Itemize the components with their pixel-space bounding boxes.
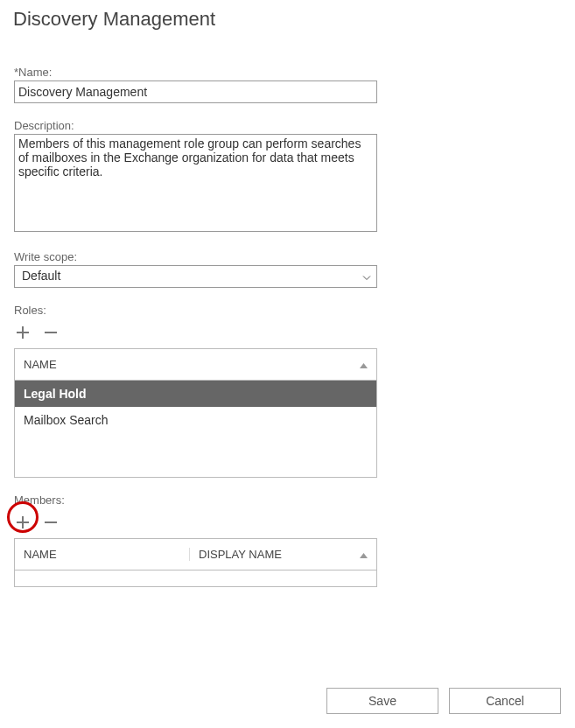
write-scope-select[interactable]: Default — [14, 265, 377, 288]
members-grid-body — [15, 570, 376, 586]
roles-row[interactable]: Mailbox Search — [15, 407, 376, 433]
minus-icon — [43, 514, 59, 530]
members-header-name: NAME — [24, 548, 57, 561]
members-toolbar — [14, 508, 377, 538]
remove-member-button[interactable] — [42, 514, 60, 531]
roles-row[interactable]: Legal Hold — [15, 381, 376, 407]
remove-role-button[interactable] — [42, 324, 60, 341]
plus-icon — [15, 514, 31, 530]
name-label: *Name: — [14, 66, 377, 79]
roles-label: Roles: — [14, 304, 377, 317]
add-role-button[interactable] — [14, 324, 32, 341]
members-label: Members: — [14, 494, 377, 507]
roles-grid-header[interactable]: NAME — [15, 349, 376, 381]
name-input[interactable] — [14, 80, 377, 103]
members-grid-header[interactable]: NAME DISPLAY NAME — [15, 539, 376, 570]
write-scope-value: Default — [15, 266, 376, 285]
roles-header-name: NAME — [24, 358, 57, 371]
minus-icon — [43, 325, 59, 340]
members-header-display: DISPLAY NAME — [199, 548, 282, 561]
roles-toolbar — [14, 318, 377, 348]
add-member-button[interactable] — [14, 514, 32, 531]
roles-grid-body: Legal HoldMailbox Search — [15, 381, 376, 477]
plus-icon — [15, 325, 31, 340]
sort-asc-icon — [360, 548, 368, 561]
roles-grid: NAME Legal HoldMailbox Search — [14, 348, 377, 478]
page-title: Discovery Management — [13, 8, 561, 31]
description-label: Description: — [14, 119, 377, 132]
description-textarea[interactable] — [14, 134, 377, 232]
sort-asc-icon — [360, 358, 368, 371]
write-scope-label: Write scope: — [14, 250, 377, 263]
members-grid: NAME DISPLAY NAME — [14, 538, 377, 587]
